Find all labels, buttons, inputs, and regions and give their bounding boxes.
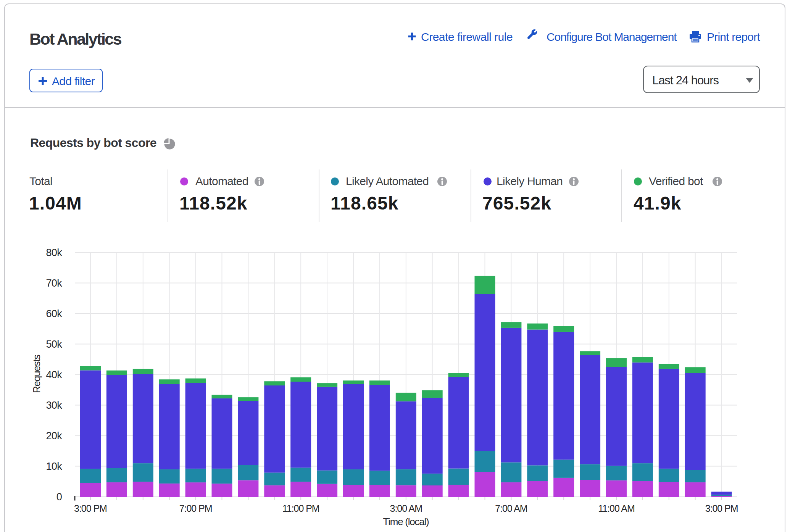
svg-text:10k: 10k: [46, 461, 62, 472]
svg-text:Time (local): Time (local): [383, 516, 429, 527]
svg-text:20k: 20k: [46, 430, 62, 442]
svg-text:11:00 PM: 11:00 PM: [282, 503, 319, 514]
svg-text:3:00 AM: 3:00 AM: [390, 503, 422, 514]
svg-text:7:00 AM: 7:00 AM: [495, 503, 527, 514]
svg-text:30k: 30k: [46, 400, 62, 411]
svg-text:80k: 80k: [46, 247, 62, 258]
svg-text:11:00 AM: 11:00 AM: [598, 503, 634, 514]
svg-text:50k: 50k: [46, 339, 62, 350]
svg-text:3:00 PM: 3:00 PM: [74, 503, 107, 514]
svg-text:3:00 PM: 3:00 PM: [705, 503, 738, 514]
svg-text:70k: 70k: [46, 277, 62, 289]
svg-text:40k: 40k: [46, 369, 62, 380]
svg-text:0: 0: [56, 491, 62, 503]
svg-text:Requests: Requests: [31, 355, 42, 393]
svg-text:60k: 60k: [46, 308, 62, 319]
svg-text:7:00 PM: 7:00 PM: [179, 503, 212, 514]
